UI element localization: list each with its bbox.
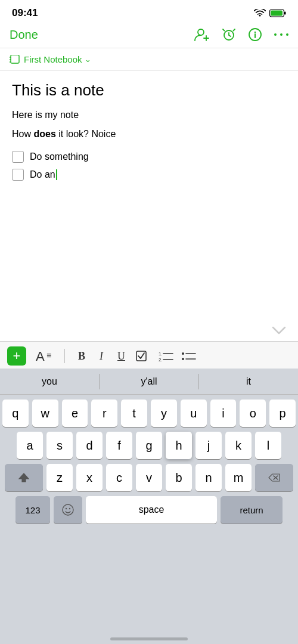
ordered-list-icon[interactable]: 1. 2. [159, 349, 174, 363]
nav-bar: Done [0, 24, 298, 48]
key-u[interactable]: u [181, 400, 207, 427]
backspace-key[interactable] [255, 464, 293, 491]
status-icons [254, 9, 286, 17]
return-key[interactable]: return [221, 496, 283, 524]
key-t[interactable]: t [121, 400, 147, 427]
emoji-key[interactable] [54, 496, 82, 524]
italic-button[interactable]: I [96, 348, 107, 365]
svg-text:2.: 2. [159, 357, 163, 363]
checkbox-1[interactable] [12, 151, 24, 163]
checklist-label-2: Do an [30, 169, 55, 180]
key-i[interactable]: i [210, 400, 237, 427]
checklist-item-1: Do something [12, 151, 286, 163]
svg-text:≡: ≡ [46, 351, 51, 360]
key-row-4: 123 space return [2, 496, 296, 524]
shift-key[interactable] [5, 464, 43, 491]
svg-point-12 [286, 33, 288, 36]
autocomplete-bar: you y'all it [0, 369, 298, 395]
key-q[interactable]: q [2, 400, 29, 427]
keyboard: you y'all it q w e r t y u i o p a s d f… [0, 369, 298, 644]
done-button[interactable]: Done [10, 28, 38, 42]
svg-rect-2 [271, 11, 283, 16]
note-body-line1: Here is my note [12, 108, 286, 122]
checkbox-format-icon[interactable] [136, 349, 151, 363]
battery-icon [269, 9, 286, 17]
wifi-icon [254, 9, 266, 17]
note-title: This is a note [12, 80, 286, 101]
key-v[interactable]: v [136, 464, 162, 491]
autocomplete-you[interactable]: you [0, 369, 99, 394]
notebook-icon [10, 55, 20, 64]
svg-point-9 [254, 32, 256, 33]
key-row-3: z x c v b n m [2, 464, 296, 491]
svg-point-24 [182, 352, 184, 355]
text-cursor [56, 169, 57, 180]
status-time: 09:41 [12, 7, 38, 19]
key-k[interactable]: k [225, 432, 252, 459]
note-body-line2: How does it look? Noice [12, 127, 286, 141]
checklist-item-2: Do an [12, 169, 286, 181]
key-o[interactable]: o [240, 400, 266, 427]
keyboard-rows: q w e r t y u i o p a s d f g h j k l [0, 395, 298, 524]
key-x[interactable]: x [76, 464, 103, 491]
key-s[interactable]: s [46, 432, 73, 459]
format-plus-button[interactable]: + [7, 346, 26, 366]
checkbox-2[interactable] [12, 169, 24, 181]
key-n[interactable]: n [195, 464, 222, 491]
svg-rect-1 [284, 12, 286, 15]
body-line2-normal: How [12, 129, 33, 139]
key-d[interactable]: d [76, 432, 103, 459]
key-m[interactable]: m [225, 464, 252, 491]
autocomplete-yall[interactable]: y'all [100, 369, 198, 394]
note-body: Here is my note How does it look? Noice [12, 108, 286, 141]
home-indicator [110, 637, 188, 640]
nav-icons [194, 27, 288, 42]
key-p[interactable]: p [269, 400, 296, 427]
key-y[interactable]: y [151, 400, 177, 427]
svg-rect-13 [11, 55, 19, 63]
svg-point-10 [274, 33, 277, 36]
key-e[interactable]: e [62, 400, 88, 427]
bold-button[interactable]: B [74, 348, 89, 365]
svg-point-3 [198, 29, 204, 35]
more-icon[interactable] [274, 32, 288, 37]
text-size-icon[interactable]: A ≡ [36, 348, 55, 364]
svg-point-26 [182, 358, 184, 360]
checklist-label-1: Do something [30, 151, 89, 162]
svg-point-11 [280, 33, 283, 36]
key-b[interactable]: b [166, 464, 192, 491]
key-h[interactable]: h [166, 432, 192, 459]
key-row-1: q w e r t y u i o p [2, 400, 296, 427]
add-person-icon[interactable] [194, 27, 210, 42]
note-content: This is a note Here is my note How does … [0, 71, 298, 196]
alarm-icon[interactable] [222, 27, 236, 42]
body-line2-bold: does [33, 129, 55, 139]
space-key[interactable]: space [86, 496, 217, 524]
svg-text:1.: 1. [159, 351, 163, 357]
body-line2-rest: it look? Noice [56, 129, 116, 139]
format-toolbar: + A ≡ B I U 1. 2. [0, 341, 298, 371]
notebook-bar[interactable]: First Notebook ⌄ [0, 48, 298, 71]
svg-text:A: A [36, 349, 45, 364]
svg-point-31 [66, 508, 67, 509]
checklist: Do something Do an [12, 151, 286, 181]
key-z[interactable]: z [46, 464, 73, 491]
notebook-name: First Notebook [24, 54, 82, 64]
bullet-list-icon[interactable] [181, 349, 197, 363]
key-j[interactable]: j [195, 432, 222, 459]
key-l[interactable]: l [255, 432, 281, 459]
collapse-arrow[interactable] [271, 322, 287, 338]
key-a[interactable]: a [17, 432, 43, 459]
key-f[interactable]: f [106, 432, 132, 459]
svg-point-30 [63, 504, 73, 515]
numbers-key[interactable]: 123 [15, 496, 50, 524]
key-w[interactable]: w [32, 400, 58, 427]
key-c[interactable]: c [106, 464, 132, 491]
key-g[interactable]: g [136, 432, 162, 459]
info-icon[interactable] [248, 27, 262, 42]
notebook-chevron: ⌄ [85, 55, 91, 64]
key-r[interactable]: r [91, 400, 117, 427]
autocomplete-it[interactable]: it [199, 369, 298, 394]
key-row-2: a s d f g h j k l [2, 432, 296, 459]
underline-button[interactable]: U [114, 348, 129, 365]
